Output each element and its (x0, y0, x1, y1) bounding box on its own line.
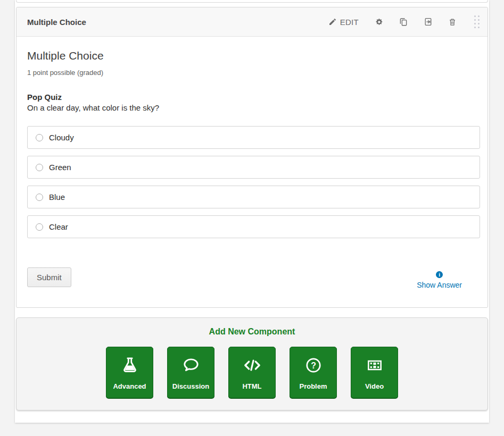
choice-label: Green (49, 163, 71, 172)
gear-icon (374, 18, 383, 27)
points-possible-text: 1 point possible (graded) (27, 69, 477, 77)
trash-icon (448, 18, 457, 27)
add-problem-button[interactable]: ? Problem (290, 347, 337, 398)
move-button[interactable] (424, 17, 433, 27)
radio-button-icon[interactable] (36, 134, 43, 141)
drag-handle-icon[interactable] (474, 15, 480, 29)
film-strip-icon (366, 355, 384, 376)
problem-preview: Multiple Choice 1 point possible (graded… (16, 37, 488, 307)
edit-button[interactable]: EDIT (328, 18, 359, 27)
unit-editor-page: { "component_card": { "header": { "title… (0, 0, 504, 436)
edit-button-label: EDIT (340, 18, 359, 27)
previous-component-edge (16, 0, 488, 3)
choice-option-blue[interactable]: Blue (27, 186, 480, 208)
choice-option-green[interactable]: Green (27, 156, 480, 179)
choice-label: Clear (49, 222, 68, 231)
add-video-button[interactable]: Video (351, 347, 398, 398)
duplicate-icon (399, 17, 408, 27)
move-icon (424, 17, 433, 27)
problem-footer: Submit i Show Answer (27, 267, 477, 307)
choice-label: Cloudy (49, 133, 74, 142)
choice-label: Blue (49, 192, 65, 202)
code-icon (242, 355, 262, 376)
add-button-label: Advanced (113, 382, 146, 390)
add-button-label: Discussion (172, 382, 209, 390)
add-new-component-title: Add New Component (16, 327, 488, 337)
duplicate-button[interactable] (399, 17, 408, 27)
add-new-component-section: Add New Component Advanced (16, 317, 488, 410)
radio-button-icon[interactable] (36, 194, 43, 201)
radio-button-icon[interactable] (36, 223, 43, 231)
component-title: Multiple Choice (27, 18, 86, 27)
choice-option-clear[interactable]: Clear (27, 215, 480, 238)
flask-icon (121, 355, 139, 376)
settings-button[interactable] (374, 18, 383, 27)
component-actions: EDIT (328, 15, 480, 29)
component-card-header: Multiple Choice EDIT (16, 7, 488, 37)
add-component-buttons: Advanced Discussion HT (16, 347, 488, 398)
multiple-choice-component-card: Multiple Choice EDIT (16, 7, 488, 308)
add-html-button[interactable]: HTML (228, 347, 276, 398)
add-button-label: HTML (242, 382, 261, 390)
svg-text:?: ? (311, 361, 316, 370)
add-discussion-button[interactable]: Discussion (167, 347, 214, 398)
show-answer-link[interactable]: Show Answer (417, 281, 462, 289)
show-answer-wrap: i Show Answer (417, 271, 462, 289)
question-title: Pop Quiz (27, 93, 477, 102)
choice-option-cloudy[interactable]: Cloudy (27, 126, 480, 149)
unit-content-window: Multiple Choice EDIT (15, 0, 489, 423)
question-circle-icon: ? (304, 355, 323, 376)
pencil-icon (328, 18, 337, 26)
problem-display-name: Multiple Choice (27, 49, 477, 62)
delete-button[interactable] (448, 18, 457, 27)
radio-button-icon[interactable] (36, 164, 43, 171)
add-advanced-button[interactable]: Advanced (106, 347, 153, 398)
question-text: On a clear day, what color is the sky? (27, 103, 477, 112)
add-button-label: Problem (299, 382, 327, 390)
info-icon: i (436, 271, 443, 278)
speech-bubble-icon (181, 355, 201, 376)
submit-button[interactable]: Submit (27, 267, 71, 287)
add-button-label: Video (365, 382, 384, 390)
